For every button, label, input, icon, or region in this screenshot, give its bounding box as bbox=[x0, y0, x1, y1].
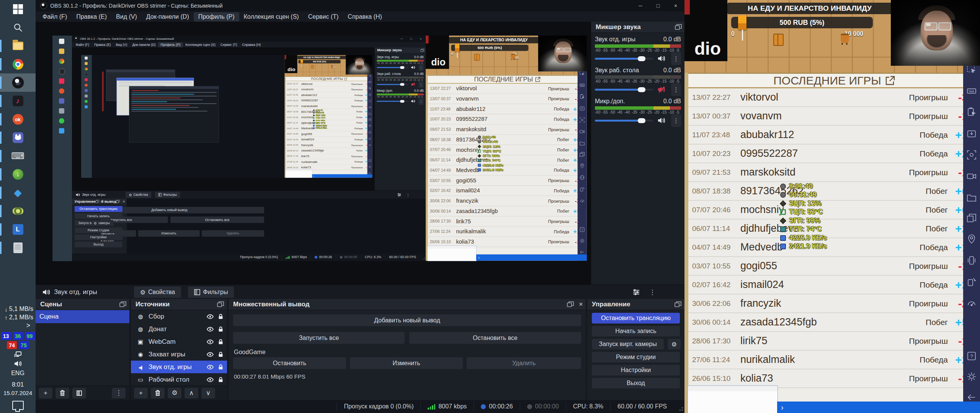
slider-handle[interactable] bbox=[638, 118, 645, 123]
location-icon[interactable] bbox=[967, 234, 977, 244]
volume-slider[interactable] bbox=[595, 120, 653, 122]
game-row[interactable]: 30/06 22:06 francyzik Проигрыш -28 bbox=[688, 294, 980, 313]
resize-grip[interactable] bbox=[420, 254, 425, 260]
channel-menu-button[interactable]: ⋮ bbox=[418, 81, 424, 88]
rotate-phone-icon[interactable] bbox=[967, 277, 977, 287]
toolbar-menu-icon[interactable]: ⋮ bbox=[405, 192, 411, 198]
source-row[interactable]: WebCam bbox=[131, 335, 227, 348]
taskbar-item-diamond[interactable]: ◆ bbox=[0, 184, 36, 202]
game-row[interactable]: 08/07 18:38 89173645262 Побег +64 bbox=[688, 182, 980, 201]
edit-output-button[interactable]: Изменить bbox=[138, 230, 200, 237]
clock-time[interactable]: 8:01 bbox=[0, 380, 36, 389]
taskbar-item-notepad[interactable] bbox=[0, 239, 36, 257]
folder-icon[interactable] bbox=[368, 112, 371, 115]
delete-output-button[interactable]: Удалить bbox=[467, 357, 581, 369]
game-row[interactable]: 09/07 21:53 marskoksitd Проигрыш -16 bbox=[688, 163, 980, 182]
screen-record-icon[interactable] bbox=[967, 171, 977, 181]
menu-item[interactable]: Сервис (Т) bbox=[218, 42, 240, 47]
game-row[interactable]: 02/07 16:42 ismail024 Победа +26 bbox=[428, 186, 586, 196]
screenshot-icon[interactable] bbox=[368, 99, 371, 102]
preview-canvas[interactable]: OBS 30.1.2 - Профиль: DarikDriver OBS st… bbox=[36, 22, 591, 285]
help-icon[interactable]: ? bbox=[967, 351, 977, 361]
background-window[interactable] bbox=[427, 246, 477, 261]
toolbar-menu-icon[interactable]: ⋮ bbox=[647, 287, 658, 298]
keyboard-icon[interactable] bbox=[580, 82, 585, 88]
volume-slider[interactable] bbox=[377, 101, 408, 102]
mute-toggle-icon[interactable] bbox=[656, 116, 667, 125]
channel-menu-button[interactable]: ⋮ bbox=[671, 114, 681, 127]
settings-button[interactable]: Настройки bbox=[592, 365, 680, 376]
popout-icon[interactable] bbox=[95, 200, 99, 203]
location-icon[interactable] bbox=[368, 124, 371, 127]
stop-stream-button[interactable]: Остановить трансляцию bbox=[75, 206, 122, 212]
game-row[interactable]: 04/07 14:49 Medvedb Победа +19 bbox=[286, 126, 372, 132]
preview-canvas[interactable]: dio НА ЕДУ И ЛЕКАРСТВО ИНВАЛИДУ i ? 500 … bbox=[72, 47, 374, 190]
source-row[interactable]: Сбор bbox=[131, 310, 227, 323]
background-window[interactable] bbox=[688, 385, 778, 413]
game-row[interactable]: 10/07 20:23 0995522287 Победа +22 bbox=[428, 114, 586, 125]
virtual-cam-settings-icon[interactable]: ⚙ bbox=[91, 220, 99, 226]
network-tray-icon[interactable] bbox=[13, 350, 23, 358]
game-row[interactable]: 03/07 10:55 gogi055 Проигрыш -12 bbox=[688, 257, 980, 276]
game-row[interactable]: 30/06 22:06 francyzik Проигрыш -28 bbox=[286, 142, 372, 148]
chevron-icon[interactable]: › bbox=[313, 175, 314, 177]
game-row[interactable]: 03/07 10:55 gogi055 Проигрыш -12 bbox=[428, 176, 586, 186]
visibility-eye-icon[interactable] bbox=[207, 365, 214, 369]
back-arrow-icon[interactable] bbox=[967, 392, 977, 402]
folder-icon[interactable] bbox=[967, 193, 977, 203]
game-row[interactable]: 13/07 00:37 vovanvm Проигрыш -17 bbox=[428, 94, 586, 104]
visibility-eye-icon[interactable] bbox=[207, 314, 214, 319]
visibility-eye-icon[interactable] bbox=[207, 327, 214, 332]
game-row[interactable]: 30/06 00:14 zasada12345fgb Побег +56 bbox=[688, 313, 980, 332]
channel-menu-button[interactable]: ⋮ bbox=[671, 83, 681, 96]
language-indicator[interactable]: ENG bbox=[0, 369, 36, 378]
performance-icon[interactable] bbox=[580, 198, 585, 203]
game-row[interactable]: 07/07 20:46 mochsniy Побег +64 bbox=[688, 201, 980, 220]
stop-output-button[interactable]: Остановить bbox=[233, 357, 346, 369]
start-button[interactable] bbox=[0, 0, 36, 18]
rotate-phone-icon[interactable] bbox=[368, 137, 371, 140]
remove-source-button[interactable] bbox=[151, 388, 165, 398]
menu-item[interactable]: Сервис (Т) bbox=[304, 12, 343, 21]
edit-output-button[interactable]: Изменить bbox=[350, 357, 463, 369]
game-row[interactable]: 09/07 21:53 marskoksitd Проигрыш -16 bbox=[428, 125, 586, 135]
virtual-cam-button[interactable]: Запуск вирт. камеры bbox=[592, 339, 664, 350]
taskbar-item-keyboard[interactable]: ⌨ bbox=[0, 147, 36, 165]
properties-button[interactable]: ⚙Свойства bbox=[134, 286, 181, 298]
screen-record-icon[interactable] bbox=[580, 129, 585, 134]
game-row[interactable]: 28/06 17:30 lirik75 Проигрыш -13 bbox=[428, 216, 586, 227]
background-window[interactable] bbox=[286, 169, 312, 178]
filters-button[interactable]: Фильтры bbox=[155, 192, 180, 198]
channel-menu-button[interactable]: ⋮ bbox=[418, 98, 424, 105]
game-row[interactable]: 13/07 00:37 vovanvm Проигрыш -17 bbox=[286, 87, 372, 93]
apk-install-icon[interactable] bbox=[368, 93, 371, 96]
performance-icon[interactable] bbox=[368, 143, 371, 146]
help-icon[interactable]: ? bbox=[580, 227, 585, 232]
dock-close-icon[interactable]: × bbox=[123, 200, 125, 203]
game-row[interactable]: 30/06 22:06 francyzik Проигрыш -28 bbox=[428, 196, 586, 206]
start-record-button[interactable]: Начать запись bbox=[75, 213, 122, 219]
game-row[interactable]: 28/06 17:30 lirik75 Проигрыш -13 bbox=[688, 332, 980, 351]
vibrate-icon[interactable] bbox=[967, 255, 977, 265]
tray-badge[interactable]: 74 bbox=[7, 341, 17, 349]
help-icon[interactable]: ? bbox=[368, 159, 371, 162]
game-row[interactable]: 03/07 10:55 gogi055 Проигрыш -12 bbox=[286, 131, 372, 137]
game-row[interactable]: 13/07 22:27 viktorvol Проигрыш -30 bbox=[688, 88, 980, 107]
game-row[interactable]: 30/06 00:14 zasada12345fgb Побег +56 bbox=[286, 148, 372, 154]
lock-icon[interactable] bbox=[218, 327, 223, 332]
taskbar-item-ok[interactable]: ok bbox=[0, 110, 36, 128]
game-row[interactable]: 13/07 22:27 viktorvol Проигрыш -30 bbox=[428, 84, 586, 94]
studio-mode-button[interactable]: Режим студии bbox=[592, 352, 680, 363]
visibility-eye-icon[interactable] bbox=[207, 377, 214, 382]
multi-window-icon[interactable] bbox=[580, 152, 585, 157]
popout-icon[interactable] bbox=[119, 301, 126, 307]
advanced-audio-icon[interactable] bbox=[631, 287, 642, 298]
menu-item[interactable]: Профиль (Р) bbox=[158, 42, 183, 47]
slider-handle[interactable] bbox=[638, 56, 645, 61]
menu-item[interactable]: Док-панели (D) bbox=[130, 42, 158, 47]
delete-output-button[interactable]: Удалить bbox=[202, 230, 264, 237]
volume-tray-icon[interactable] bbox=[13, 359, 23, 367]
multi-window-icon[interactable] bbox=[368, 118, 371, 121]
virtual-cam-settings-icon[interactable]: ⚙ bbox=[668, 339, 681, 350]
game-row[interactable]: 09/07 21:53 marskoksitd Проигрыш -16 bbox=[286, 104, 372, 109]
